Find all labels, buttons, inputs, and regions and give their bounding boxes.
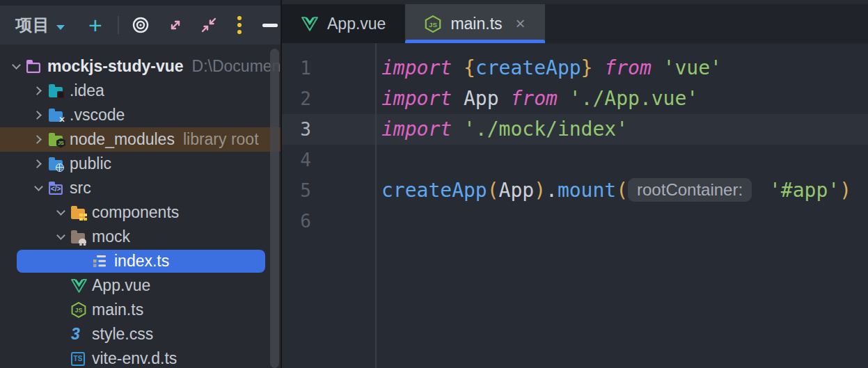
tree-item-src[interactable]: src bbox=[0, 176, 281, 200]
locate-target-button[interactable] bbox=[132, 16, 150, 34]
chevron-down-icon[interactable] bbox=[56, 25, 65, 30]
ide-window: 项目 + bbox=[0, 0, 868, 368]
tree-item-project-root[interactable]: mockjs-study-vue D:\Documen bbox=[0, 54, 281, 79]
tree-item-node-modules[interactable]: node_modules library root bbox=[0, 127, 281, 152]
list-file-icon bbox=[93, 255, 113, 267]
tree-item-main-ts[interactable]: JS main.ts bbox=[0, 298, 281, 322]
chevron-down-icon[interactable] bbox=[50, 235, 71, 239]
project-path: D:\Documen bbox=[192, 57, 281, 76]
tab-label: App.vue bbox=[327, 15, 386, 33]
code-line[interactable]: 5createApp(App).mount(rootContainer: '#a… bbox=[282, 175, 868, 206]
tree-item-vite-env[interactable]: vite-env.d.ts bbox=[0, 346, 281, 368]
tree-item-mock[interactable]: mock bbox=[0, 225, 281, 249]
collapse-all-button[interactable] bbox=[200, 16, 218, 34]
folder-vscode-icon bbox=[49, 109, 68, 122]
editor-pane: App.vue JS main.ts × 1import {createApp}… bbox=[281, 0, 868, 368]
tree-item-index-ts[interactable]: index.ts bbox=[0, 249, 281, 273]
project-panel: 项目 + bbox=[0, 0, 281, 368]
line-number[interactable]: 4 bbox=[282, 145, 311, 175]
editor-tabbar: App.vue JS main.ts × bbox=[282, 0, 868, 43]
expand-all-button[interactable] bbox=[166, 16, 184, 34]
project-tree: mockjs-study-vue D:\Documen .idea .vscod… bbox=[0, 45, 281, 368]
code-line[interactable]: 3import './mock/index' bbox=[282, 114, 868, 145]
chevron-right-icon[interactable] bbox=[28, 112, 49, 118]
chevron-right-icon[interactable] bbox=[28, 161, 49, 167]
vue-icon bbox=[71, 279, 90, 293]
nodejs-icon: JS bbox=[425, 15, 441, 33]
code-line[interactable]: 4 bbox=[282, 145, 868, 175]
code-editor[interactable]: 1import {createApp} from 'vue' 2import A… bbox=[282, 43, 868, 368]
tab-label: main.ts bbox=[450, 15, 502, 33]
vue-icon bbox=[301, 17, 318, 31]
typescript-icon bbox=[71, 352, 90, 366]
add-button[interactable]: + bbox=[88, 16, 102, 34]
tree-item-idea[interactable]: .idea bbox=[0, 79, 281, 103]
close-tab-icon[interactable]: × bbox=[516, 14, 526, 33]
tree-scrollbar[interactable] bbox=[270, 49, 279, 368]
library-root-label: library root bbox=[183, 130, 259, 149]
chevron-down-icon[interactable] bbox=[50, 211, 71, 214]
svg-text:JS: JS bbox=[429, 20, 438, 28]
folder-components-icon bbox=[71, 207, 90, 219]
line-number[interactable]: 5 bbox=[282, 175, 311, 206]
project-panel-title[interactable]: 项目 bbox=[15, 14, 50, 36]
folder-mock-icon bbox=[71, 231, 90, 243]
tree-item-style-css[interactable]: 3 style.css bbox=[0, 322, 281, 346]
folder-public-icon bbox=[49, 158, 68, 170]
tree-item-components[interactable]: components bbox=[0, 200, 281, 225]
toolbar-divider bbox=[118, 16, 119, 34]
more-options-button[interactable] bbox=[237, 16, 242, 34]
hide-panel-button[interactable] bbox=[262, 24, 278, 27]
tab-main-ts[interactable]: JS main.ts × bbox=[405, 4, 544, 43]
folder-src-icon bbox=[49, 182, 68, 195]
tree-item-app-vue[interactable]: App.vue bbox=[0, 273, 281, 298]
gutter-separator bbox=[375, 43, 377, 368]
nodejs-icon: JS bbox=[71, 302, 90, 318]
line-number[interactable]: 1 bbox=[282, 53, 311, 83]
line-number[interactable]: 2 bbox=[282, 83, 311, 114]
folder-idea-icon bbox=[49, 85, 68, 97]
folder-node-modules-icon bbox=[49, 134, 68, 146]
svg-text:JS: JS bbox=[75, 307, 83, 314]
tree-item-public[interactable]: public bbox=[0, 152, 281, 176]
tab-app-vue[interactable]: App.vue bbox=[282, 4, 405, 43]
code-line[interactable]: 6 bbox=[282, 206, 868, 237]
chevron-right-icon[interactable] bbox=[28, 88, 49, 94]
code-line[interactable]: 1import {createApp} from 'vue' bbox=[282, 53, 868, 83]
chevron-down-icon[interactable] bbox=[28, 186, 49, 190]
project-panel-header: 项目 + bbox=[0, 0, 281, 45]
chevron-right-icon[interactable] bbox=[28, 136, 49, 143]
line-number[interactable]: 6 bbox=[282, 206, 311, 237]
tree-item-vscode[interactable]: .vscode bbox=[0, 103, 281, 127]
line-number[interactable]: 3 bbox=[282, 114, 311, 145]
chevron-down-icon[interactable] bbox=[6, 65, 26, 68]
code-line[interactable]: 2import App from './App.vue' bbox=[282, 83, 868, 114]
folder-root-icon bbox=[26, 61, 46, 73]
css3-icon: 3 bbox=[71, 325, 90, 344]
